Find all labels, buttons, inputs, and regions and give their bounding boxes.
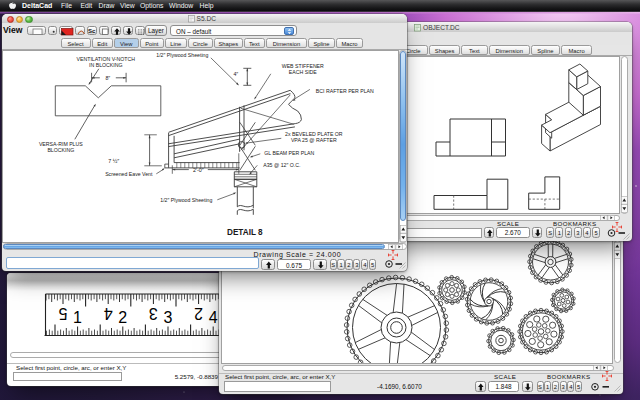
svg-text:A35 @ 12″ O.C.: A35 @ 12″ O.C. <box>263 161 300 167</box>
svg-text:5: 5 <box>58 305 67 322</box>
svg-text:DETAIL 8: DETAIL 8 <box>227 228 263 237</box>
svg-text:EACH SIDE: EACH SIDE <box>289 68 318 74</box>
svg-text:7 ½″: 7 ½″ <box>109 158 120 164</box>
svg-text:IN BLOCKING: IN BLOCKING <box>89 61 122 67</box>
svg-text:2: 2 <box>118 309 127 326</box>
svg-text:1: 1 <box>73 309 82 326</box>
svg-text:1/2″ Plywood Sheeting: 1/2″ Plywood Sheeting <box>156 52 208 58</box>
svg-text:4: 4 <box>209 309 218 326</box>
svg-text:BLOCKING: BLOCKING <box>48 146 75 152</box>
svg-text:1/2″ Plywood Sheeting: 1/2″ Plywood Sheeting <box>160 196 212 202</box>
svg-text:4″: 4″ <box>234 70 239 76</box>
svg-text:BCI RAFTER PER PLAN: BCI RAFTER PER PLAN <box>316 87 374 93</box>
svg-text:3: 3 <box>149 305 158 322</box>
svg-text:VPA 25 @ RAFTER: VPA 25 @ RAFTER <box>291 137 337 143</box>
svg-text:Screened Eave Vent: Screened Eave Vent <box>105 170 153 176</box>
svg-text:4: 4 <box>104 305 113 322</box>
svg-text:GL BEAM PER PLAN: GL BEAM PER PLAN <box>264 150 314 156</box>
svg-text:2′-0″: 2′-0″ <box>193 166 204 172</box>
svg-text:3: 3 <box>163 309 172 326</box>
svg-text:2: 2 <box>194 305 203 322</box>
svg-text:8″: 8″ <box>106 75 111 81</box>
